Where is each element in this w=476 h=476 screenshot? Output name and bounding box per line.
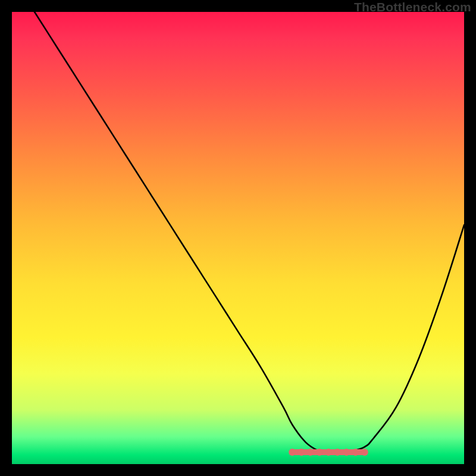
optimal-marker (325, 449, 332, 456)
optimal-marker (361, 449, 368, 456)
optimal-range-markers (289, 449, 368, 456)
optimal-marker (316, 449, 323, 456)
optimal-marker (307, 449, 314, 456)
optimal-marker (352, 449, 359, 456)
optimal-marker (334, 449, 341, 456)
bottleneck-curve-path (35, 12, 464, 454)
optimal-marker (289, 449, 296, 456)
optimal-marker (343, 449, 350, 456)
bottleneck-curve-svg (12, 12, 464, 464)
optimal-marker (298, 449, 305, 456)
